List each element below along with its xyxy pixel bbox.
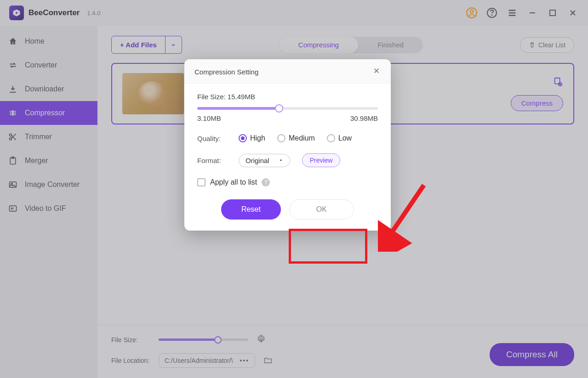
ok-button[interactable]: OK xyxy=(289,199,354,220)
apply-all-row: Apply all to list ? xyxy=(197,178,378,186)
slider-min: 3.10MB xyxy=(197,114,221,122)
quality-radio-low[interactable]: Low xyxy=(327,134,352,142)
file-size-slider[interactable] xyxy=(197,107,378,110)
quality-radio-medium[interactable]: Medium xyxy=(277,134,315,142)
help-tooltip-icon[interactable]: ? xyxy=(262,178,270,186)
modal-file-size-label: File Size: 15.49MB xyxy=(197,93,378,101)
preview-button[interactable]: Preview xyxy=(302,153,341,167)
quality-label: Quality: xyxy=(197,135,227,142)
modal-body: File Size: 15.49MB 3.10MB 30.98MB Qualit… xyxy=(184,84,391,231)
format-row: Format: Original Preview xyxy=(197,153,378,167)
format-select[interactable]: Original xyxy=(239,154,290,167)
slider-range: 3.10MB 30.98MB xyxy=(197,114,378,122)
modal-buttons: Reset OK xyxy=(197,199,378,220)
modal-header: Compression Setting xyxy=(184,59,391,84)
apply-all-checkbox[interactable] xyxy=(197,178,206,186)
apply-all-label: Apply all to list xyxy=(210,178,257,186)
reset-button[interactable]: Reset xyxy=(221,199,281,220)
close-icon[interactable] xyxy=(372,67,381,77)
slider-max: 30.98MB xyxy=(350,114,378,122)
quality-row: Quality: High Medium Low xyxy=(197,134,378,142)
quality-radio-high[interactable]: High xyxy=(239,134,265,142)
modal-title: Compression Setting xyxy=(194,68,258,76)
format-label: Format: xyxy=(197,157,227,164)
compression-setting-modal: Compression Setting File Size: 15.49MB 3… xyxy=(184,59,391,231)
